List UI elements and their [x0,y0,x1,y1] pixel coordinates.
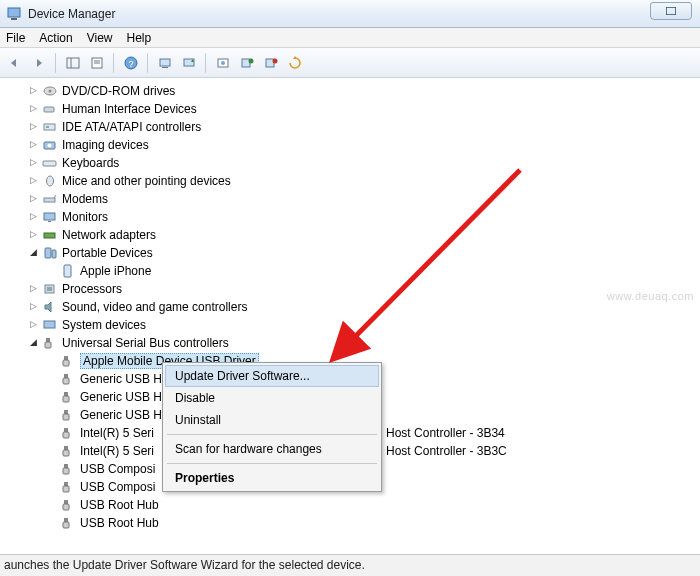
expander-icon[interactable]: ▷ [26,137,40,151]
tree-node-network[interactable]: ▷Network adapters [26,226,700,244]
svg-rect-47 [64,410,68,414]
context-menu: Update Driver Software... Disable Uninst… [162,362,382,492]
tree-node-keyboards[interactable]: ▷Keyboards [26,154,700,172]
context-uninstall[interactable]: Uninstall [165,409,379,431]
context-scan[interactable]: Scan for hardware changes [165,438,379,460]
toolbar-separator [113,53,115,73]
node-label-tail: Host Controller - 3B34 [386,426,505,440]
maximize-button[interactable] [650,2,692,20]
node-label: Sound, video and game controllers [62,300,247,314]
expander-icon[interactable]: ▷ [26,191,40,205]
watermark: www.deuaq.com [607,290,694,302]
tree-node-ide[interactable]: ▷IDE ATA/ATAPI controllers [26,118,700,136]
device-properties-button[interactable] [212,52,234,74]
svg-rect-26 [43,161,56,166]
usb-device-icon [60,425,76,441]
svg-rect-54 [63,468,69,474]
context-disable[interactable]: Disable [165,387,379,409]
back-button[interactable] [4,52,26,74]
update-driver-button[interactable] [178,52,200,74]
svg-rect-45 [64,392,68,396]
menu-file[interactable]: File [6,31,25,45]
svg-rect-34 [52,250,56,258]
node-label: Generic USB H [80,408,162,422]
tree-node-processors[interactable]: ▷Processors [26,280,700,298]
tree-node-sound[interactable]: ▷Sound, video and game controllers [26,298,700,316]
node-label: DVD/CD-ROM drives [62,84,175,98]
tree-node-usb-root-hub[interactable]: USB Root Hub [44,496,700,514]
tree-node-usb[interactable]: ◢Universal Serial Bus controllers [26,334,700,352]
tree-node-portable[interactable]: ◢Portable Devices [26,244,700,262]
system-icon [42,317,58,333]
node-label: System devices [62,318,146,332]
tree-node-dvd[interactable]: ▷DVD/CD-ROM drives [26,82,700,100]
expander-icon[interactable]: ◢ [26,245,40,259]
svg-rect-41 [64,356,68,360]
expander-icon[interactable]: ▷ [26,317,40,331]
svg-rect-30 [44,213,55,220]
menu-action[interactable]: Action [39,31,72,45]
titlebar: Device Manager [0,0,700,28]
expander-spacer [44,407,58,421]
svg-rect-57 [64,500,68,504]
svg-rect-52 [63,450,69,456]
tree-node-monitors[interactable]: ▷Monitors [26,208,700,226]
expander-icon[interactable]: ▷ [26,101,40,115]
tree-node-iphone[interactable]: Apple iPhone [44,262,700,280]
expander-icon[interactable]: ▷ [26,281,40,295]
svg-point-27 [47,176,54,186]
svg-point-14 [221,61,225,65]
modem-icon [42,191,58,207]
svg-rect-33 [45,248,51,258]
tree-node-system[interactable]: ▷System devices [26,316,700,334]
status-text: aunches the Update Driver Software Wizar… [4,558,365,572]
enable-button[interactable] [236,52,258,74]
svg-point-16 [249,58,254,63]
show-hide-console-button[interactable] [62,52,84,74]
expander-icon[interactable]: ◢ [26,335,40,349]
expander-spacer [44,497,58,511]
expander-icon[interactable]: ▷ [26,155,40,169]
toolbar-separator [55,53,57,73]
svg-rect-35 [64,265,71,277]
expander-icon[interactable]: ▷ [26,209,40,223]
svg-text:?: ? [128,58,133,68]
svg-rect-48 [63,414,69,420]
node-label: Imaging devices [62,138,149,152]
tree-node-modems[interactable]: ▷Modems [26,190,700,208]
svg-rect-32 [44,233,55,238]
tree-node-hid[interactable]: ▷Human Interface Devices [26,100,700,118]
tree-node-imaging[interactable]: ▷Imaging devices [26,136,700,154]
menu-view[interactable]: View [87,31,113,45]
expander-icon[interactable]: ▷ [26,299,40,313]
sound-icon [42,299,58,315]
context-update-driver[interactable]: Update Driver Software... [165,365,379,387]
context-properties[interactable]: Properties [165,467,379,489]
ide-icon [42,119,58,135]
uninstall-button[interactable] [260,52,282,74]
forward-button[interactable] [28,52,50,74]
help-button[interactable]: ? [120,52,142,74]
expander-icon[interactable]: ▷ [26,173,40,187]
usb-device-icon [60,389,76,405]
node-label-tail: Host Controller - 3B3C [386,444,507,458]
scan-hardware-button[interactable] [154,52,176,74]
expander-icon[interactable]: ▷ [26,227,40,241]
menu-help[interactable]: Help [127,31,152,45]
expander-spacer [44,389,58,403]
node-label: USB Root Hub [80,516,159,530]
svg-rect-2 [666,7,676,15]
svg-rect-31 [48,221,51,222]
expander-icon[interactable]: ▷ [26,83,40,97]
svg-point-20 [49,90,52,93]
usb-device-icon [60,407,76,423]
tree-node-mice[interactable]: ▷Mice and other pointing devices [26,172,700,190]
node-label: Processors [62,282,122,296]
properties-button[interactable] [86,52,108,74]
expander-icon[interactable]: ▷ [26,119,40,133]
refresh-button[interactable] [284,52,306,74]
tree-node-usb-root-hub[interactable]: USB Root Hub [44,514,700,532]
svg-rect-22 [44,124,55,130]
node-label: Generic USB H [80,372,162,386]
node-label: Apple iPhone [80,264,151,278]
